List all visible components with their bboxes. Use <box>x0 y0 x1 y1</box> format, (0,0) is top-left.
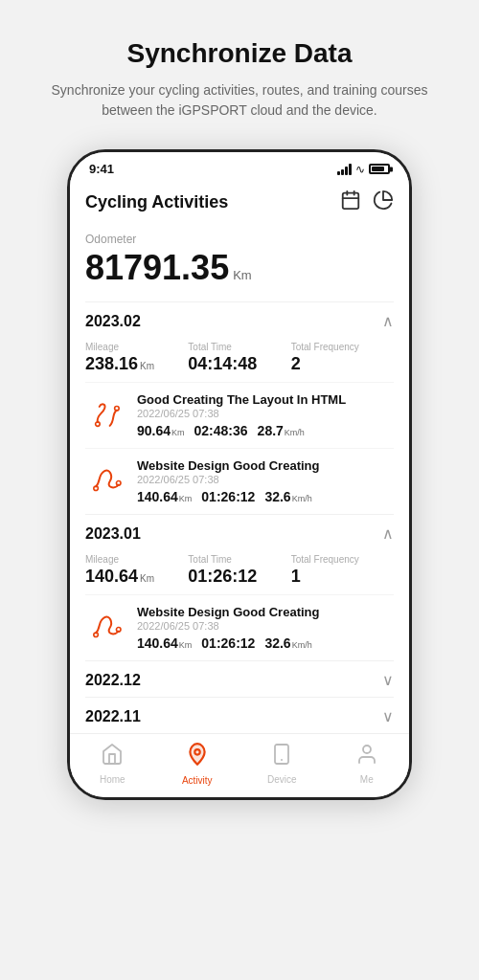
stats-row-2023-01: Mileage 140.64 Km Total Time 01:26:12 To… <box>85 550 394 594</box>
activity-route-icon-2 <box>85 460 127 502</box>
chevron-up-icon-2: ∧ <box>382 524 394 543</box>
activity-card-3[interactable]: Website Design Good Creating 2022/06/25 … <box>85 594 394 660</box>
section-date-2022-11: 2022.11 <box>85 708 141 725</box>
mileage-label: Mileage <box>85 342 188 352</box>
nav-item-home[interactable]: Home <box>70 743 155 785</box>
stat-time-2023-02: Total Time 04:14:48 <box>188 342 290 374</box>
status-bar: 9:41 ∿ <box>70 152 409 180</box>
act-time-2: 01:26:12 <box>201 489 255 504</box>
screen-title: Cycling Activities <box>85 192 228 212</box>
odometer-section: Odometer 81791.35 Km <box>85 225 394 301</box>
section-header-2023-02[interactable]: 2023.02 ∧ <box>85 301 394 338</box>
time-value-01: 01:26:12 <box>188 567 290 587</box>
section-date-2022-12: 2022.12 <box>85 672 141 689</box>
act-distance-3: 140.64Km <box>137 635 192 651</box>
section-header-2022-11[interactable]: 2022.11 ∨ <box>85 697 394 733</box>
nav-item-activity[interactable]: Activity <box>155 742 240 786</box>
me-label: Me <box>360 774 374 785</box>
section-header-2022-12[interactable]: 2022.12 ∨ <box>85 660 394 697</box>
calendar-icon[interactable] <box>340 189 361 215</box>
freq-label: Total Frequency <box>291 342 394 352</box>
activity-label: Activity <box>182 775 213 786</box>
activity-name-3: Website Design Good Creating <box>137 605 394 619</box>
stat-freq-2023-01: Total Frequency 1 <box>291 554 394 587</box>
act-distance-1: 90.64Km <box>137 423 185 438</box>
page-header: Synchronize Data Synchronize your cyclin… <box>0 0 479 140</box>
device-icon <box>270 743 293 771</box>
chevron-up-icon: ∧ <box>382 312 394 330</box>
activity-info-2: Website Design Good Creating 2022/06/25 … <box>137 458 394 504</box>
mileage-value: 238.16 Km <box>85 354 188 374</box>
battery-icon <box>369 164 390 174</box>
section-date-2023-01: 2023.01 <box>85 525 141 543</box>
odometer-value: 81791.35 Km <box>85 248 394 288</box>
activity-stats-3: 140.64Km 01:26:12 32.6Km/h <box>137 635 394 651</box>
stats-row-2023-02: Mileage 238.16 Km Total Time 04:14:48 To… <box>85 338 394 382</box>
device-label: Device <box>267 774 297 785</box>
app-topbar: Cycling Activities <box>85 180 394 225</box>
svg-point-8 <box>94 633 99 637</box>
activity-name-1: Good Creating The Layout In HTML <box>137 392 394 407</box>
nav-item-me[interactable]: Me <box>325 743 410 785</box>
topbar-icons[interactable] <box>340 189 394 215</box>
activity-info-1: Good Creating The Layout In HTML 2022/06… <box>137 392 394 438</box>
svg-point-6 <box>94 486 99 491</box>
time-label: Total Time <box>188 342 290 352</box>
chart-icon[interactable] <box>373 189 394 215</box>
activity-date-3: 2022/06/25 07:38 <box>137 620 394 632</box>
time-value: 04:14:48 <box>188 354 290 374</box>
mileage-value-01: 140.64 Km <box>85 567 188 587</box>
odometer-label: Odometer <box>85 233 394 246</box>
activity-card-1[interactable]: Good Creating The Layout In HTML 2022/06… <box>85 382 394 448</box>
svg-point-4 <box>96 422 101 427</box>
section-header-2023-01[interactable]: 2023.01 ∧ <box>85 514 394 550</box>
activity-card-2[interactable]: Website Design Good Creating 2022/06/25 … <box>85 448 394 514</box>
page-subtitle: Synchronize your cycling activities, rou… <box>29 80 450 121</box>
phone-mockup: 9:41 ∿ Cycling Activities <box>67 149 412 800</box>
odometer-number: 81791.35 <box>85 248 229 288</box>
app-content: Cycling Activities Odometer 81791.35 <box>70 180 409 733</box>
home-icon <box>101 743 124 771</box>
act-speed-2: 32.6Km/h <box>264 489 311 504</box>
stat-mileage-2023-01: Mileage 140.64 Km <box>85 554 188 587</box>
activity-date-1: 2022/06/25 07:38 <box>137 408 394 419</box>
svg-point-7 <box>116 481 121 486</box>
stat-freq-2023-02: Total Frequency 2 <box>291 342 394 374</box>
home-label: Home <box>100 774 125 785</box>
act-time-3: 01:26:12 <box>201 635 255 651</box>
activity-date-2: 2022/06/25 07:38 <box>137 474 394 485</box>
freq-value-01: 1 <box>291 567 394 587</box>
status-icons: ∿ <box>337 163 390 176</box>
act-time-1: 02:48:36 <box>194 423 248 438</box>
act-speed-1: 28.7Km/h <box>258 423 305 438</box>
svg-point-9 <box>116 628 121 633</box>
svg-point-13 <box>363 746 371 753</box>
time-label-01: Total Time <box>188 554 290 565</box>
stat-time-2023-01: Total Time 01:26:12 <box>188 554 290 587</box>
stat-mileage-2023-02: Mileage 238.16 Km <box>85 342 188 374</box>
page-title: Synchronize Data <box>29 38 450 69</box>
activity-name-2: Website Design Good Creating <box>137 458 394 473</box>
activity-route-icon-1 <box>85 394 127 436</box>
wifi-icon: ∿ <box>355 163 365 176</box>
activity-stats-1: 90.64Km 02:48:36 28.7Km/h <box>137 423 394 438</box>
odometer-unit: Km <box>233 268 252 282</box>
section-date-2023-02: 2023.02 <box>85 313 141 330</box>
activity-stats-2: 140.64Km 01:26:12 32.6Km/h <box>137 489 394 504</box>
freq-label-01: Total Frequency <box>291 554 394 565</box>
act-distance-2: 140.64Km <box>137 489 192 504</box>
activity-icon <box>185 742 210 772</box>
act-speed-3: 32.6Km/h <box>264 635 311 651</box>
mileage-label-01: Mileage <box>85 554 188 565</box>
chevron-down-icon-2: ∨ <box>382 707 394 725</box>
me-icon <box>355 743 378 771</box>
nav-item-device[interactable]: Device <box>240 743 325 785</box>
bottom-nav: Home Activity Device <box>70 733 409 797</box>
freq-value: 2 <box>291 354 394 374</box>
status-time: 9:41 <box>89 162 114 176</box>
activity-route-icon-3 <box>85 607 127 649</box>
chevron-down-icon: ∨ <box>382 671 394 689</box>
activity-info-3: Website Design Good Creating 2022/06/25 … <box>137 605 394 651</box>
signal-icon <box>337 164 352 175</box>
svg-rect-0 <box>343 193 359 210</box>
